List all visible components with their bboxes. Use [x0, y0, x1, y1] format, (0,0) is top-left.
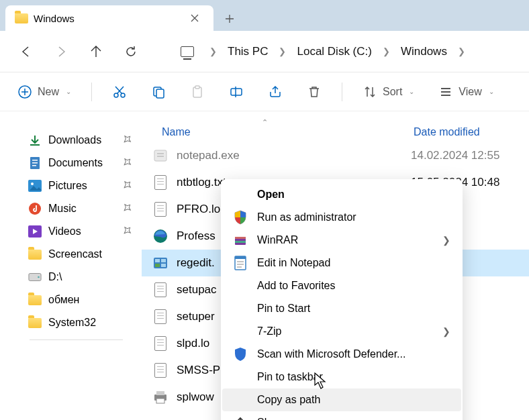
- file-icon: [152, 389, 169, 405]
- file-icon: [152, 255, 169, 271]
- context-menu-item[interactable]: Pin to Start: [222, 297, 461, 320]
- sidebar-item[interactable]: Screencast: [4, 243, 138, 266]
- file-icon: [152, 362, 169, 378]
- svg-rect-22: [161, 259, 166, 262]
- context-menu-label: Add to Favorites: [257, 280, 336, 292]
- sidebar-item[interactable]: D:\: [4, 266, 138, 288]
- sidebar-item[interactable]: Downloads: [4, 129, 138, 152]
- notepad-icon: [233, 256, 248, 270]
- svg-rect-6: [195, 86, 199, 89]
- blank-icon: [233, 278, 248, 293]
- svg-rect-10: [32, 162, 38, 164]
- context-menu-item[interactable]: Run as administrator: [222, 206, 461, 229]
- download-icon: [28, 134, 42, 146]
- rename-button[interactable]: [229, 85, 244, 99]
- breadcrumb-windows[interactable]: Windows: [399, 45, 448, 58]
- breadcrumb-local-disk[interactable]: Local Disk (C:): [295, 45, 373, 58]
- doc-icon: [28, 157, 42, 169]
- context-menu-item[interactable]: Add to Favorites: [222, 274, 461, 297]
- rename-icon: [229, 85, 244, 99]
- sidebar-item[interactable]: Documents: [4, 152, 138, 174]
- sidebar-item-label: Music: [48, 203, 77, 215]
- context-menu-label: Run as administrator: [257, 211, 356, 223]
- back-button[interactable]: [13, 39, 39, 64]
- new-tab-button[interactable]: [218, 7, 242, 31]
- svg-rect-23: [155, 264, 160, 267]
- chevron-right-icon: ❯: [458, 46, 465, 56]
- context-menu-item[interactable]: WinRAR❯: [222, 229, 461, 252]
- forward-button[interactable]: [48, 39, 74, 64]
- sidebar-item[interactable]: Pictures: [4, 174, 138, 197]
- context-menu-label: Copy as path: [257, 394, 320, 406]
- folder-icon: [28, 248, 42, 260]
- pict-icon: [28, 180, 42, 192]
- chevron-right-icon: ❯: [209, 46, 217, 56]
- context-menu-item[interactable]: Share: [222, 411, 461, 420]
- sidebar-item[interactable]: Videos: [4, 220, 138, 243]
- file-row[interactable]: notepad.exe14.02.2024 12:55: [142, 142, 529, 169]
- sort-button[interactable]: Sort ⌄: [363, 85, 414, 99]
- view-icon: [438, 85, 453, 99]
- sidebar-item[interactable]: Music: [4, 197, 138, 220]
- context-menu-label: Pin to Start: [257, 303, 310, 315]
- nav-bar: ❯ This PC ❯ Local Disk (C:) ❯ Windows ❯: [0, 31, 529, 72]
- svg-rect-18: [154, 150, 166, 161]
- folder-icon: [28, 317, 42, 329]
- svg-rect-4: [156, 89, 164, 98]
- context-menu-item[interactable]: 7-Zip❯: [222, 320, 461, 343]
- file-icon: [152, 201, 169, 217]
- cut-button[interactable]: [112, 85, 127, 99]
- pc-icon[interactable]: [175, 39, 200, 64]
- tab-bar: Windows: [0, 0, 529, 31]
- svg-rect-27: [156, 399, 164, 403]
- up-button[interactable]: [83, 39, 109, 64]
- context-menu-label: Edit in Notepad: [257, 257, 330, 269]
- copy-icon: [151, 85, 166, 99]
- svg-rect-32: [235, 256, 246, 259]
- column-headers: Name Date modified: [142, 123, 529, 142]
- context-menu-item[interactable]: Scan with Microsoft Defender...: [222, 343, 461, 366]
- new-button[interactable]: New ⌄: [17, 85, 71, 99]
- sidebar-item-label: Pictures: [48, 180, 87, 192]
- context-menu-item[interactable]: Copy as path: [222, 388, 461, 411]
- folder-icon: [15, 13, 27, 23]
- pin-icon: [119, 156, 134, 171]
- file-icon: [152, 228, 169, 244]
- delete-button[interactable]: [307, 85, 322, 99]
- breadcrumb-this-pc[interactable]: This PC: [226, 45, 269, 58]
- refresh-button[interactable]: [118, 39, 144, 64]
- toolbar: New ⌄ Sort ⌄ View ⌄: [0, 72, 529, 111]
- file-icon: [152, 174, 169, 191]
- context-menu-label: WinRAR: [257, 234, 298, 246]
- context-menu-item[interactable]: Edit in Notepad: [222, 252, 461, 274]
- blank-icon: [233, 324, 248, 339]
- file-icon: [152, 148, 169, 164]
- share-button[interactable]: [268, 85, 283, 99]
- file-icon: [152, 309, 169, 325]
- context-menu-item[interactable]: Open: [222, 183, 461, 206]
- tab-windows[interactable]: Windows: [5, 5, 213, 31]
- sidebar-item-label: Documents: [48, 157, 103, 169]
- sidebar-item-label: обмен: [48, 294, 79, 306]
- file-icon: [152, 282, 169, 298]
- trash-icon: [307, 85, 322, 99]
- svg-rect-24: [161, 264, 166, 267]
- close-icon[interactable]: [185, 9, 204, 28]
- paste-button[interactable]: [190, 85, 205, 99]
- copy-button[interactable]: [151, 85, 166, 99]
- col-date[interactable]: Date modified: [414, 126, 529, 138]
- sidebar-item[interactable]: обмен: [4, 288, 138, 311]
- blank-icon: [233, 392, 248, 407]
- winrar-icon: [233, 233, 248, 248]
- sort-icon: [363, 85, 377, 99]
- sidebar-item[interactable]: System32: [4, 311, 138, 334]
- context-menu-label: 7-Zip: [257, 325, 281, 337]
- context-menu-label: Pin to taskbar: [257, 371, 323, 383]
- col-name[interactable]: Name: [162, 126, 414, 138]
- context-menu-item[interactable]: Pin to taskbar: [222, 366, 461, 388]
- sidebar-item-label: System32: [48, 317, 96, 329]
- paste-icon: [190, 85, 205, 99]
- context-menu: OpenRun as administratorWinRAR❯Edit in N…: [221, 179, 463, 420]
- shield-uac-icon: [233, 210, 248, 225]
- view-button[interactable]: View ⌄: [438, 85, 493, 99]
